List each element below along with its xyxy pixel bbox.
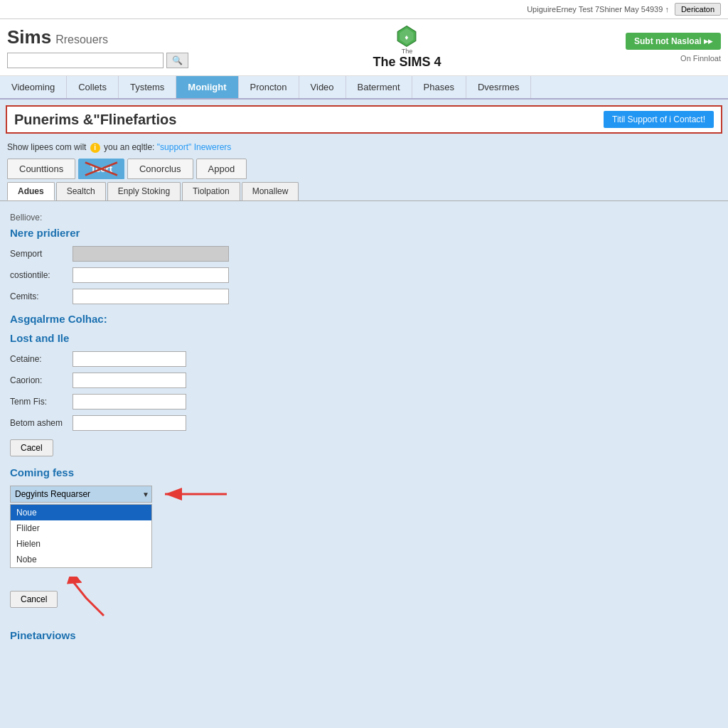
sims4-label: The SIMS 4 [373,55,441,70]
sub-info-text-mid: you an eqltle: [104,142,154,152]
nav-item-videoming[interactable]: Videoming [0,76,67,98]
cetaine-input[interactable] [73,351,186,367]
coming-fess-title: Coming fess [10,466,718,478]
nav-item-phases[interactable]: Phases [412,76,466,98]
user-info: UpiguireErney Test 7Shiner May 54939 ↑ [527,5,669,14]
tabs-l2: Adues Sealtch Enply Stoking Tiolpation M… [0,182,728,201]
cancel-row: Cancel [10,577,718,619]
sub-info: Show lipees com wilt i you an eqltle: "s… [0,139,728,159]
costiontile-row: costiontile: [10,267,718,283]
subnot-button[interactable]: Subt not Nasloai ▸▸ [626,33,721,50]
search-bar: 🔍 [7,53,188,68]
red-arrow-right-annotation [159,484,230,504]
cemits-label: Cemits: [10,291,67,301]
dropdown-list: Noue Flilder Hielen Nobe [10,504,152,568]
page-banner: Punerims &"Flinefartios Titil Support of… [6,105,722,134]
belliove-label: Belliove: [10,213,718,223]
nere-title: Nere pridierer [10,227,718,239]
tab-sealtch[interactable]: Sealtch [56,182,106,200]
coming-fess-dropdown[interactable]: Degyints Requarser [10,486,152,503]
betom-ashem-row: Betom ashem [10,415,718,431]
cetaine-row: Cetaine: [10,351,718,367]
asgqalrme-title: Asgqalrme Colhac: [10,313,718,325]
cemits-row: Cemits: [10,289,718,304]
coming-fess-section: Coming fess Degyints Requarser ▼ Noue [10,466,718,568]
caorion-label: Caorion: [10,375,67,385]
tabs-l1: Counttions Teert Conorclus Appod [0,159,728,179]
dropdown-option-flilder[interactable]: Flilder [11,520,151,536]
nav-item-moniight[interactable]: Moniight [176,76,238,98]
cetaine-label: Cetaine: [10,354,67,364]
caorion-row: Caorion: [10,373,718,388]
page-title: Punerims &"Flinefartios [14,112,176,128]
top-bar: UpiguireErney Test 7Shiner May 54939 ↑ D… [0,0,728,19]
content-area: Belliove: Nere pridierer Semport costion… [0,207,728,647]
tab-teert[interactable]: Teert [78,159,124,179]
nav-item-video[interactable]: Video [299,76,346,98]
on-fin-label: On Finnloat [680,54,721,63]
betom-ashem-input[interactable] [73,415,186,431]
the-label: The [402,48,413,55]
costiontile-input[interactable] [73,267,229,283]
sims4-diamond-icon: ♦ [395,25,418,48]
sims4-logo: ♦ The The SIMS 4 [373,25,441,70]
search-button[interactable]: 🔍 [166,53,188,68]
header-right: Subt not Nasloai ▸▸ On Finnloat [626,33,721,63]
header: Sims Rresouers 🔍 ♦ The The SIMS 4 Subt n… [0,19,728,76]
semport-input[interactable] [73,246,229,262]
info-icon: i [90,143,100,153]
tenm-fis-input[interactable] [73,394,186,410]
nav-item-baterment[interactable]: Baterment [346,76,412,98]
dropdown-wrapper: Degyints Requarser ▼ [10,486,152,503]
semport-row: Semport [10,246,718,262]
main-nav: Videoming Collets Tystems Moniight Pronc… [0,76,728,100]
lost-title: Lost and Ile [10,332,718,344]
svg-text:♦: ♦ [405,33,409,41]
sub-info-text-before: Show lipees com wilt [7,142,86,152]
dedication-button[interactable]: Dericaton [675,3,721,16]
betom-ashem-label: Betom ashem [10,418,67,428]
nav-item-dvesrmes[interactable]: Dvesrmes [466,76,532,98]
cemits-input[interactable] [73,289,229,304]
support-contact-button[interactable]: Titil Support of i Contact! [604,111,714,128]
logo-sub: Rresouers [55,33,108,46]
tenm-fis-label: Tenm Fis: [10,397,67,407]
tab-appod[interactable]: Appod [196,159,247,179]
dropdown-option-hielen[interactable]: Hielen [11,536,151,552]
semport-label: Semport [10,249,67,259]
tab-enply-stoking[interactable]: Enply Stoking [107,182,181,200]
cacel-button[interactable]: Cacel [10,439,53,456]
cancel-button[interactable]: Cancel [10,591,58,608]
red-arrow-up-annotation [65,577,114,619]
logo-area: Sims Rresouers [7,26,188,48]
tab-monallew[interactable]: Monallew [242,182,299,200]
costiontile-label: costiontile: [10,270,67,280]
nav-item-collets[interactable]: Collets [67,76,119,98]
caorion-input[interactable] [73,373,186,388]
pinetarviews-title: Pinetarviows [10,629,718,641]
support-link[interactable]: "support" Inewerers [157,142,232,152]
tab-tiolpation[interactable]: Tiolpation [182,182,240,200]
tenm-fis-row: Tenm Fis: [10,394,718,410]
logo-sims: Sims [7,26,51,48]
tab-conorclus[interactable]: Conorclus [127,159,193,179]
dropdown-option-noue[interactable]: Noue [11,505,151,520]
tab-adues[interactable]: Adues [7,182,55,200]
nav-item-proncton[interactable]: Proncton [239,76,299,98]
nav-item-tystems[interactable]: Tystems [119,76,176,98]
search-input[interactable] [7,53,164,68]
tab-counttions[interactable]: Counttions [7,159,75,179]
dropdown-option-nobe[interactable]: Nobe [11,552,151,567]
